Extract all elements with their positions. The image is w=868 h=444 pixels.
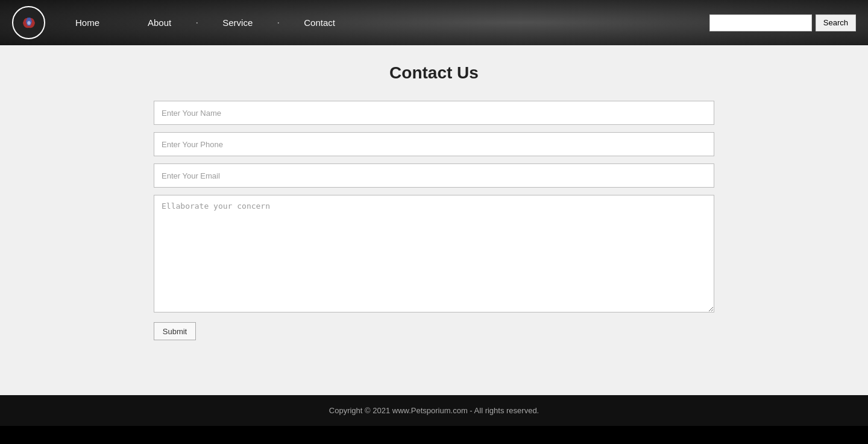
- phone-input[interactable]: [154, 132, 714, 156]
- name-input[interactable]: [154, 101, 714, 125]
- search-button[interactable]: Search: [816, 14, 856, 31]
- search-area: Search: [709, 14, 856, 31]
- nav-home[interactable]: Home: [51, 17, 124, 28]
- email-input[interactable]: [154, 163, 714, 188]
- footer-bottom: [0, 426, 868, 444]
- submit-button[interactable]: Submit: [154, 322, 196, 340]
- footer-copyright: Copyright © 2021 www.Petsporium.com - Al…: [329, 406, 539, 415]
- contact-form: Submit: [154, 101, 714, 340]
- header-content: Home About · Service · Contact Search: [0, 0, 868, 45]
- nav-contact[interactable]: Contact: [280, 17, 359, 28]
- main-content: Contact Us Submit: [0, 45, 868, 395]
- submit-area: Submit: [154, 320, 714, 340]
- logo[interactable]: [12, 6, 45, 39]
- header: Home About · Service · Contact Search: [0, 0, 868, 45]
- nav-about[interactable]: About: [124, 17, 195, 28]
- logo-icon: [17, 11, 41, 35]
- search-input[interactable]: [709, 14, 812, 31]
- message-textarea[interactable]: [154, 195, 714, 312]
- page-title: Contact Us: [0, 63, 868, 83]
- nav: Home About · Service · Contact: [51, 16, 709, 29]
- footer: Copyright © 2021 www.Petsporium.com - Al…: [0, 395, 868, 426]
- nav-service[interactable]: Service: [198, 17, 277, 28]
